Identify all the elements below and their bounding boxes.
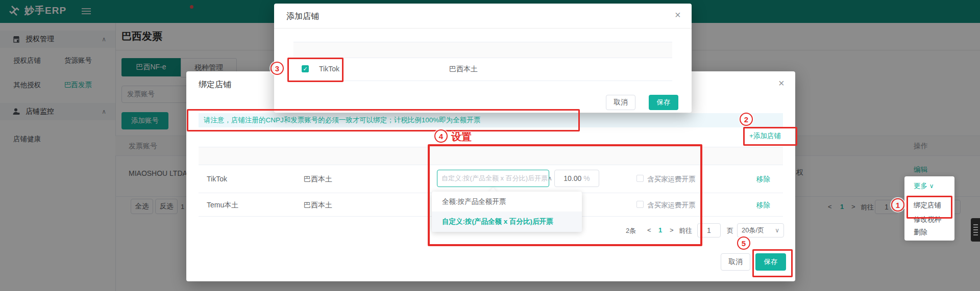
chevron-up-icon: ∧: [548, 175, 552, 182]
bind-modal-notice: 请注意，店铺注册的CNPJ和发票账号的必须一致才可以绑定；计税比例100%即为全…: [199, 113, 783, 127]
row1-shipping-checkbox[interactable]: [636, 175, 644, 182]
side-toolbar-widget[interactable]: [971, 218, 980, 242]
row2-remove-link[interactable]: 移除: [756, 201, 770, 210]
more-actions-popup: 更多 ∨ 绑定店铺 修改税种 删除: [904, 176, 954, 241]
row1-percent-input[interactable]: 10.00 %: [554, 170, 599, 187]
notice-text: 请注意，店铺注册的CNPJ和发票账号的必须一致才可以绑定；计税比例100%即为全…: [204, 116, 480, 125]
row2-store: 巴西本土: [304, 201, 332, 210]
row-platform: TikTok: [319, 65, 339, 73]
bind-cancel-button[interactable]: 取消: [721, 253, 750, 271]
row-store: 巴西本土: [449, 65, 478, 74]
goto-page-input[interactable]: 1: [697, 223, 721, 237]
chevron-down-icon: ∨: [929, 182, 934, 190]
chevron-down-icon: ∨: [775, 227, 779, 234]
option-custom-label: 自定义:按(产品全额 x 百分比)后开票: [442, 217, 553, 226]
total-count: 2条: [626, 226, 636, 235]
close-icon[interactable]: ×: [675, 10, 681, 20]
page-unit-label: 页: [727, 226, 733, 235]
page-next-icon[interactable]: >: [670, 226, 674, 234]
add-modal-title: 添加店铺: [286, 11, 319, 22]
bind-modal-title: 绑定店铺: [199, 80, 231, 90]
menu-item-delete[interactable]: 删除: [914, 228, 927, 237]
add-store-link[interactable]: +添加店铺: [749, 131, 781, 141]
price-mode-value: 自定义:按(产品全额 x 百分比)后开票: [442, 174, 548, 183]
goto-page-value: 1: [707, 226, 711, 234]
row2-shipping-label: 含买家运费开票: [647, 201, 696, 210]
modal-header-divider: [274, 28, 692, 29]
page-size-value: 20条/页: [742, 226, 764, 235]
row1-shipping-label: 含买家运费开票: [647, 175, 696, 184]
add-cancel-button[interactable]: 取消: [606, 95, 635, 110]
row1-price-mode-select[interactable]: 自定义:按(产品全额 x 百分比)后开票 ∧: [437, 170, 549, 187]
menu-item-modify-tax[interactable]: 修改税种: [914, 215, 941, 224]
percent-value: 10.00: [564, 174, 581, 182]
price-mode-options-panel: 全额:按产品全额开票 自定义:按(产品全额 x 百分比)后开票: [432, 192, 582, 232]
row1-platform: TikTok: [207, 175, 227, 183]
row1-remove-link[interactable]: 移除: [756, 175, 770, 184]
row2-shipping-checkbox[interactable]: [636, 201, 644, 208]
percent-unit: %: [583, 174, 590, 182]
add-save-button[interactable]: 保存: [649, 95, 678, 110]
add-store-modal: 添加店铺 × ✓ 平台 店铺 ✓ TikTok 巴西本土 取消 保存: [274, 4, 692, 113]
row-checkbox[interactable]: ✓: [302, 65, 309, 72]
menu-item-bind-store[interactable]: 绑定店铺: [914, 201, 941, 210]
bind-save-button[interactable]: 保存: [755, 253, 786, 271]
more-label: 更多: [914, 182, 927, 190]
option-full-amount[interactable]: 全额:按产品全额开票: [432, 192, 582, 211]
more-dropdown-trigger[interactable]: 更多 ∨: [914, 181, 934, 191]
page-number-current[interactable]: 1: [658, 226, 662, 234]
row1-store: 巴西本土: [304, 175, 332, 184]
app-window: 妙手ERP 首页 产品 订单 托管 广告 数据 免费预约培训 联系客服 ? 帮助…: [0, 0, 980, 291]
close-icon[interactable]: ×: [778, 78, 785, 88]
goto-page-label: 前往: [679, 226, 692, 235]
page-size-select[interactable]: 20条/页 ∨: [737, 223, 784, 237]
option-custom-percent[interactable]: 自定义:按(产品全额 x 百分比)后开票: [432, 211, 582, 232]
bind-table-header: [199, 147, 783, 165]
page-prev-icon[interactable]: <: [647, 226, 651, 234]
table-bottom-border: [293, 81, 672, 81]
add-table-header: [293, 42, 672, 58]
row2-platform: Temu本土: [207, 201, 238, 210]
option-full-label: 全额:按产品全额开票: [442, 197, 506, 206]
